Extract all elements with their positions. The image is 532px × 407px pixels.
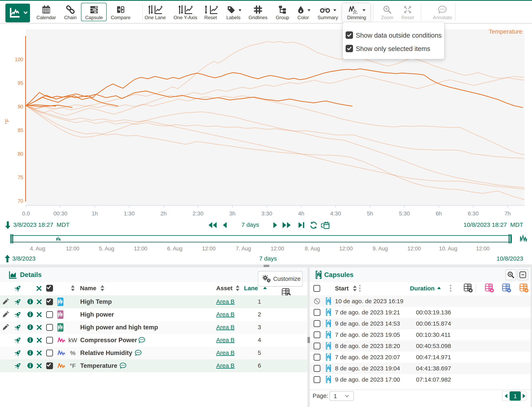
svg-text:5h: 5h <box>367 210 373 217</box>
svg-text:°F: °F <box>4 119 10 124</box>
svg-text:5:30: 5:30 <box>399 210 410 217</box>
svg-text:6h: 6h <box>436 210 442 217</box>
svg-text:1:30: 1:30 <box>124 210 135 217</box>
svg-text:0.0: 0.0 <box>22 210 30 217</box>
svg-text:95: 95 <box>18 80 23 86</box>
svg-text:4:30: 4:30 <box>330 210 341 217</box>
svg-text:100: 100 <box>15 57 23 62</box>
svg-text:1h: 1h <box>92 210 98 217</box>
svg-text:Temperature: Temperature <box>489 28 522 35</box>
svg-text:2:30: 2:30 <box>193 210 203 217</box>
svg-text:3:30: 3:30 <box>261 210 272 217</box>
svg-text:85: 85 <box>18 127 23 133</box>
svg-text:6:30: 6:30 <box>468 210 479 217</box>
svg-text:4h: 4h <box>298 210 304 217</box>
svg-text:3h: 3h <box>229 210 235 217</box>
svg-text:80: 80 <box>18 151 23 157</box>
svg-text:00:30: 00:30 <box>53 210 67 217</box>
svg-text:2h: 2h <box>160 210 167 217</box>
svg-text:75: 75 <box>18 175 23 180</box>
svg-text:7h: 7h <box>504 210 511 217</box>
svg-text:70: 70 <box>18 198 23 204</box>
svg-text:90: 90 <box>18 104 23 110</box>
